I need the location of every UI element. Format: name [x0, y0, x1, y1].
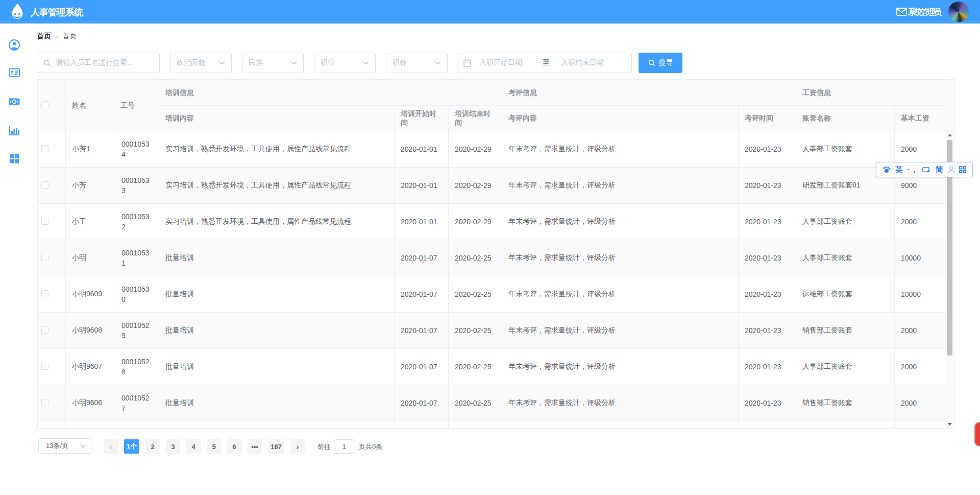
page-size-select[interactable]: 13条/页 [38, 438, 91, 454]
hire-start-date-input[interactable]: 入职开始日期 [479, 58, 538, 67]
row-checkbox[interactable] [41, 399, 48, 406]
cell-training-start: 2020-01-07 [395, 313, 449, 349]
chevron-down-icon [80, 444, 86, 448]
cell-review-time: 2020-01-23 [739, 204, 796, 240]
cell-id: 00010530 [114, 276, 159, 313]
page-size-value: 13条/页 [46, 441, 68, 451]
sidebar-item-apps[interactable] [8, 152, 20, 164]
row-checkbox[interactable] [41, 363, 48, 370]
cell-id: 00010528 [114, 349, 159, 385]
cell-training: 批量培训 [159, 240, 395, 276]
select-all-checkbox[interactable] [41, 101, 48, 108]
apps-grid-icon [8, 152, 20, 164]
cell-id: 00010533 [114, 168, 159, 204]
money-icon [8, 96, 20, 108]
row-checkbox[interactable] [41, 326, 48, 334]
scroll-down-arrow[interactable] [946, 420, 953, 428]
row-checkbox[interactable] [41, 145, 48, 152]
breadcrumb-home[interactable]: 首页 [37, 32, 51, 41]
user-avatar[interactable] [948, 2, 969, 22]
job-title-select[interactable]: 职称 [386, 53, 448, 73]
page-button-6[interactable]: 6 [227, 439, 241, 454]
cell-training: 实习培训，熟悉开发环境，工具使用，属性产品线常见流程 [159, 131, 395, 168]
position-select[interactable]: 职位 [314, 53, 376, 73]
search-button-label: 搜寻 [659, 58, 673, 67]
sidebar-item-salary[interactable] [8, 96, 20, 108]
ime-punctuation-toggle[interactable]: ·， [908, 165, 918, 175]
col-header-training-start: 培训开始时间 [395, 106, 449, 131]
mail-icon[interactable] [896, 8, 907, 16]
select-placeholder: 职称 [393, 58, 407, 67]
table-row-partial: 小明9605 00010526 批量培训 2020-01-07 2020-02-… [38, 421, 947, 429]
cell-account: 人事部工资账套 [796, 240, 895, 276]
search-button[interactable]: 搜寻 [639, 53, 682, 73]
more-pages-button[interactable]: ••• [248, 439, 262, 454]
employee-search-input[interactable]: 请输入员工名进行搜索... [37, 53, 160, 73]
goto-page-input[interactable]: 1 [334, 439, 354, 454]
page-button-1[interactable]: 1个 [124, 439, 139, 454]
ethnicity-select[interactable]: 民族 [242, 53, 304, 73]
sidebar-item-records[interactable] [8, 66, 20, 79]
logged-in-username[interactable]: 系统管理员 [908, 7, 943, 18]
cell-review: 年末考评，需求量统计，评级分析 [502, 276, 739, 313]
edge-recording-indicator[interactable] [974, 422, 980, 446]
sidebar-item-employee[interactable] [8, 39, 20, 51]
select-placeholder: 政治面貌 [177, 58, 205, 67]
ime-simplified-toggle[interactable]: 简 [936, 165, 943, 175]
group-header-salary: 工资信息 [796, 80, 947, 106]
page-button-5[interactable]: 5 [207, 439, 221, 454]
hire-end-date-input[interactable]: 入职结束日期 [561, 58, 604, 67]
breadcrumb-current: 首页 [62, 32, 77, 41]
ime-baidu-paw-icon[interactable] [883, 166, 891, 173]
cell-name: 小明 [66, 240, 114, 276]
cell-training-end: 2020-02-25 [449, 421, 502, 429]
political-status-select[interactable]: 政治面貌 [170, 53, 232, 73]
ime-tools-grid-icon[interactable] [959, 166, 966, 173]
cell-training-start: 2020-01-01 [395, 168, 449, 204]
row-checkbox[interactable] [41, 218, 48, 225]
col-header-account: 账套名称 [796, 106, 895, 131]
cell-training: 实习培训，熟悉开发环境，工具使用，属性产品线常见流程 [159, 204, 395, 240]
sidebar-item-statistics[interactable] [8, 124, 20, 136]
employee-table: 姓名 工号 培训信息 考评信息 工资信息 培训内容 培训开始时间 培训结束时间 … [37, 79, 954, 429]
page: 人事管理系统 系统管理员 [0, 0, 980, 495]
ime-user-icon[interactable] [948, 166, 954, 173]
hire-date-range-picker[interactable]: 入职开始日期 至 入职结束日期 [457, 53, 632, 73]
page-button-187[interactable]: 187 [268, 439, 284, 454]
prev-page-button[interactable]: ‹ [104, 439, 118, 454]
cell-training-end: 2020-02-29 [449, 204, 502, 240]
calendar-icon [463, 59, 471, 67]
cell-training-start: 2020-01-01 [395, 131, 449, 168]
app-title: 人事管理系统 [31, 6, 83, 18]
cell-training: 批量培训 [159, 349, 395, 385]
cell-training-start: 2020-01-01 [395, 204, 449, 240]
scroll-up-arrow[interactable] [946, 131, 953, 139]
ime-language-toggle[interactable]: 英 [895, 165, 903, 175]
page-button-3[interactable]: 3 [166, 439, 180, 454]
cell-review: 年末考评，需求量统计，评级分析 [502, 421, 739, 429]
row-checkbox[interactable] [41, 254, 48, 261]
table-gutter [946, 80, 953, 131]
cell-review: 年末考评，需求量统计，评级分析 [502, 204, 739, 240]
cell-id: 00010527 [114, 385, 159, 421]
next-page-button[interactable]: › [290, 439, 305, 454]
row-checkbox[interactable] [41, 181, 48, 188]
row-checkbox[interactable] [41, 290, 48, 297]
group-header-training: 培训信息 [159, 80, 502, 106]
total-count-label: 页共0条 [359, 442, 382, 452]
cell-id: 00010526 [114, 421, 159, 429]
table-row: 小明9609 00010530 批量培训 2020-01-07 2020-02-… [38, 276, 947, 313]
cell-name: 小王 [66, 204, 114, 240]
cell-account: 人事部工资账套 [796, 349, 895, 385]
cell-account: 运维部工资账套 [796, 421, 895, 429]
col-header-id: 工号 [114, 80, 159, 131]
cell-id: 00010532 [114, 204, 159, 240]
page-button-4[interactable]: 4 [186, 439, 201, 454]
chevron-down-icon [219, 61, 225, 65]
page-button-2[interactable]: 2 [145, 439, 160, 454]
col-header-review-time: 考评时间 [739, 106, 796, 131]
cell-review: 年末考评，需求量统计，评级分析 [502, 168, 739, 204]
table-row: 小芳1 00010534 实习培训，熟悉开发环境，工具使用，属性产品线常见流程 … [38, 131, 947, 168]
ime-keyboard-icon[interactable] [922, 167, 930, 173]
table-row: 小明9607 00010528 批量培训 2020-01-07 2020-02-… [38, 349, 947, 385]
